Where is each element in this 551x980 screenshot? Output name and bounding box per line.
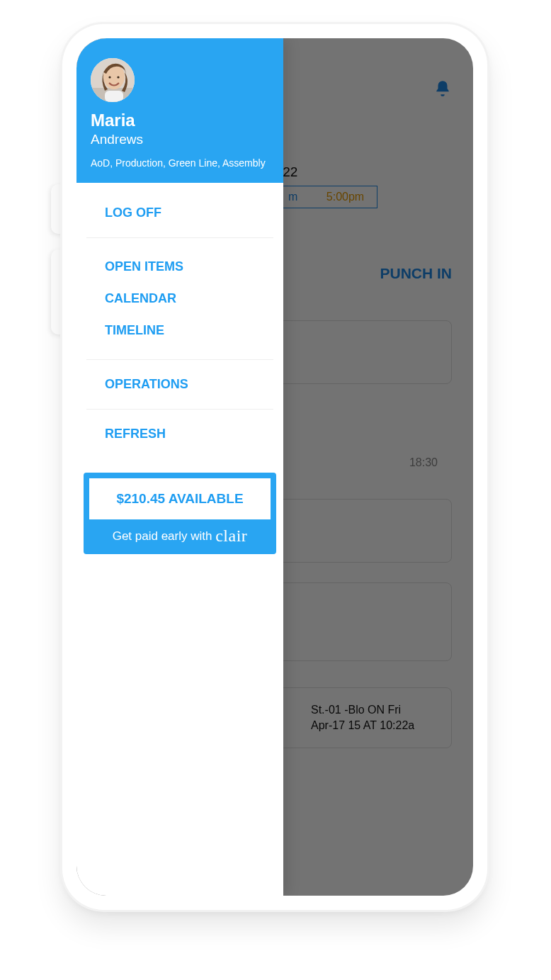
svg-point-4	[117, 76, 119, 78]
menu-item-logoff[interactable]: LOG OFF	[76, 188, 283, 237]
phone-frame: pm 2022 m 5:00pm PUNCH IN chedules es Av…	[62, 24, 487, 910]
user-first-name: Maria	[91, 111, 269, 130]
clair-amount: $210.45 AVAILABLE	[89, 478, 271, 519]
avatar[interactable]	[91, 58, 135, 102]
menu-item-calendar[interactable]: CALENDAR	[76, 283, 283, 315]
menu-item-open-items[interactable]: OPEN ITEMS	[76, 251, 283, 283]
clair-promo[interactable]: $210.45 AVAILABLE Get paid early with cl…	[84, 473, 276, 554]
svg-rect-5	[105, 91, 123, 102]
sidebar-drawer: Maria Andrews AoD, Production, Green Lin…	[76, 38, 283, 896]
user-meta: AoD, Production, Green Line, Assembly	[91, 156, 269, 170]
phone-screen: pm 2022 m 5:00pm PUNCH IN chedules es Av…	[76, 38, 473, 896]
menu-item-operations[interactable]: OPERATIONS	[76, 360, 283, 409]
menu-item-timeline[interactable]: TIMELINE	[76, 315, 283, 347]
drawer-menu: LOG OFF OPEN ITEMS CALENDAR TIMELINE OPE…	[76, 183, 283, 458]
clair-tagline: Get paid early with clair	[89, 522, 271, 548]
clair-tagline-text: Get paid early with	[113, 529, 216, 543]
avatar-image	[91, 58, 135, 102]
user-last-name: Andrews	[91, 132, 269, 147]
svg-point-3	[108, 76, 110, 78]
menu-item-refresh[interactable]: REFRESH	[76, 410, 283, 458]
drawer-header: Maria Andrews AoD, Production, Green Lin…	[76, 38, 283, 183]
clair-logo: clair	[215, 526, 247, 545]
